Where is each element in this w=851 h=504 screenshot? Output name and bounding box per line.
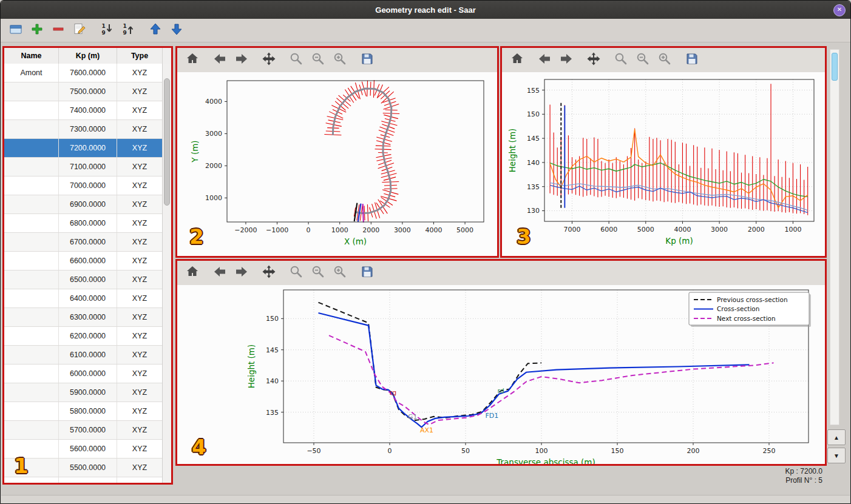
table-cell: 5700.0000	[59, 421, 117, 439]
column-header-kp[interactable]: Kp (m)	[59, 48, 117, 64]
table-row[interactable]: 6300.0000XYZ	[4, 308, 163, 327]
table-cell: 5900.0000	[59, 383, 117, 402]
table-cell: XYZ	[117, 327, 163, 345]
save-button[interactable]	[683, 51, 701, 69]
table-cell: 5500.0000	[59, 459, 117, 477]
profile-down-button[interactable]: ▼	[827, 448, 846, 463]
table-row[interactable]: 7200.0000XYZ	[4, 139, 163, 158]
table-row[interactable]: 6700.0000XYZ	[4, 233, 163, 252]
legend: Previous cross-sectionCross-sectionNext …	[689, 292, 811, 327]
window-scrollbar[interactable]	[830, 49, 839, 425]
table-row[interactable]: 5500.0000XYZ	[4, 459, 163, 477]
zoom-button[interactable]	[287, 264, 305, 282]
pan-icon	[262, 52, 276, 69]
pan-button[interactable]	[260, 264, 278, 282]
forward-button[interactable]	[232, 264, 251, 282]
move-down-button[interactable]	[169, 22, 185, 38]
table-cell	[4, 101, 59, 119]
move-down-icon	[170, 22, 183, 38]
table-row[interactable]: 7300.0000XYZ	[4, 120, 163, 139]
zoom-button[interactable]	[287, 51, 305, 69]
plan-plot-canvas[interactable]: −2000−1000010002000300040005000100020003…	[177, 72, 497, 256]
table-row[interactable]: 6500.0000XYZ	[4, 270, 163, 289]
table-row[interactable]: 6600.0000XYZ	[4, 252, 163, 270]
pan-button[interactable]	[585, 51, 603, 69]
sort-descending-button[interactable]: 19	[99, 22, 115, 38]
table-row[interactable]: 6000.0000XYZ	[4, 365, 163, 383]
longitudinal-plot-canvas[interactable]: 7000600050004000300020001000130135140145…	[502, 72, 825, 256]
home-icon	[510, 52, 524, 69]
home-button[interactable]	[183, 264, 202, 282]
table-row[interactable]: 6400.0000XYZ	[4, 289, 163, 308]
table-cell: XYZ	[117, 383, 163, 402]
table-cell	[4, 477, 59, 483]
configure-subplots-icon	[636, 52, 650, 69]
table-row[interactable]: 5700.0000XYZ	[4, 421, 163, 440]
table-header: Name Kp (m) Type	[4, 48, 171, 64]
close-button[interactable]: ✕	[833, 4, 846, 16]
svg-text:1: 1	[102, 23, 106, 29]
forward-button[interactable]	[557, 51, 575, 69]
back-button[interactable]	[535, 51, 554, 69]
table-cell	[4, 289, 59, 307]
table-row[interactable]: 6800.0000XYZ	[4, 214, 163, 233]
svg-text:145: 145	[266, 346, 279, 354]
edit-axes-button[interactable]	[656, 51, 674, 69]
back-button[interactable]	[211, 264, 229, 282]
table-row[interactable]: 7400.0000XYZ	[4, 101, 163, 120]
configure-subplots-button[interactable]	[309, 264, 327, 282]
sort-ascending-button[interactable]: 19	[120, 22, 136, 38]
table-row[interactable]: 7000.0000XYZ	[4, 176, 163, 195]
column-header-name[interactable]: Name	[4, 48, 59, 64]
table-row[interactable]: 7100.0000XYZ	[4, 158, 163, 176]
table-row[interactable]: 5400.0000XYZ	[4, 477, 163, 483]
pan-button[interactable]	[260, 51, 278, 69]
table-row[interactable]: 6200.0000XYZ	[4, 327, 163, 346]
zoom-icon	[289, 264, 303, 281]
edit-button[interactable]	[72, 22, 87, 38]
add-button[interactable]	[29, 22, 45, 38]
table-row[interactable]: 5900.0000XYZ	[4, 383, 163, 402]
home-button[interactable]	[183, 51, 202, 69]
plot-toolbar	[502, 48, 825, 73]
save-button[interactable]	[358, 51, 376, 69]
table-cell: XYZ	[117, 101, 163, 119]
down-arrow-icon: ▼	[833, 452, 839, 459]
svg-text:1000: 1000	[784, 226, 801, 234]
table-cell	[4, 270, 59, 289]
svg-text:5000: 5000	[456, 226, 473, 234]
main-toolbar: 1919	[1, 19, 850, 42]
configure-subplots-button[interactable]	[634, 51, 652, 69]
configure-subplots-button[interactable]	[309, 51, 327, 69]
save-icon	[685, 52, 699, 69]
edit-axes-button[interactable]	[331, 51, 349, 69]
save-button[interactable]	[358, 264, 376, 282]
svg-text:4000: 4000	[205, 98, 222, 106]
table-scrollbar[interactable]	[162, 64, 171, 483]
profile-up-button[interactable]: ▲	[827, 429, 846, 445]
move-up-button[interactable]	[147, 22, 163, 38]
table-scrollbar-thumb[interactable]	[164, 78, 170, 206]
back-button[interactable]	[211, 51, 229, 69]
column-header-type[interactable]: Type	[117, 48, 163, 64]
open-button[interactable]	[8, 22, 24, 38]
table-row[interactable]: 6900.0000XYZ	[4, 195, 163, 214]
svg-text:200: 200	[687, 447, 700, 455]
remove-button[interactable]	[50, 22, 66, 38]
back-icon	[212, 52, 227, 69]
table-row[interactable]: 5800.0000XYZ	[4, 402, 163, 421]
zoom-button[interactable]	[612, 51, 630, 69]
table-row[interactable]: 5600.0000XYZ	[4, 440, 163, 459]
svg-text:Cross-section: Cross-section	[717, 305, 759, 312]
table-row[interactable]: Amont7600.0000XYZ	[4, 64, 163, 82]
edit-axes-icon	[657, 52, 672, 69]
table-row[interactable]: 7500.0000XYZ	[4, 82, 163, 101]
edit-axes-button[interactable]	[331, 264, 349, 282]
forward-button[interactable]	[232, 51, 251, 69]
window-scrollbar-thumb[interactable]	[832, 53, 838, 81]
home-button[interactable]	[508, 51, 526, 69]
cross-section-plot-canvas[interactable]: rgG1AX1rdFD1−500501001502002501351401451…	[177, 285, 825, 464]
zoom-icon	[289, 52, 303, 69]
table-row[interactable]: 6100.0000XYZ	[4, 346, 163, 365]
home-icon	[185, 264, 200, 281]
